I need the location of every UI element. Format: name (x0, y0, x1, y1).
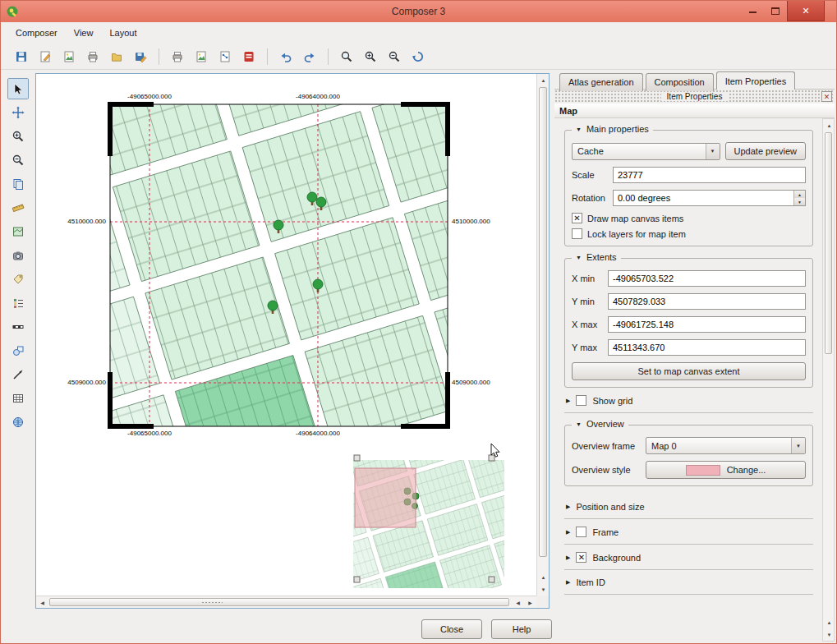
main-properties-header[interactable]: Main properties (572, 124, 653, 134)
save-template-button[interactable] (130, 46, 151, 67)
tab-composition[interactable]: Composition (646, 73, 714, 91)
rotation-spinbox[interactable] (613, 190, 806, 206)
overview-style-change-button[interactable]: Change... (646, 461, 806, 479)
rotation-spin-buttons[interactable] (793, 191, 805, 205)
measure-button[interactable] (7, 197, 29, 218)
zoom-out-button[interactable] (384, 46, 405, 67)
horizontal-scroll-thumb[interactable] (49, 598, 509, 606)
change-button-label: Change... (727, 465, 766, 475)
background-section[interactable]: Background (564, 545, 813, 570)
scroll-up-icon[interactable] (537, 571, 550, 583)
x-min-input[interactable] (608, 270, 806, 287)
extents-header[interactable]: Extents (572, 252, 621, 262)
export-image-small-button[interactable] (58, 46, 80, 67)
add-shape-button[interactable] (7, 340, 29, 361)
redo-button[interactable] (299, 46, 320, 67)
open-template-button[interactable] (106, 46, 127, 67)
add-arrow-button[interactable] (7, 364, 29, 385)
overview-header[interactable]: Overview (572, 419, 628, 429)
scale-input[interactable] (613, 167, 806, 183)
extents-title: Extents (586, 252, 617, 262)
menu-layout[interactable]: Layout (101, 25, 145, 41)
x-max-label: X max (572, 320, 603, 329)
title-bar[interactable]: Composer 3 (1, 1, 836, 22)
composer-canvas[interactable]: -49065000.000 -49064000.000 -49065000.00… (35, 73, 550, 609)
template-page-icon (39, 50, 52, 63)
tab-item-properties[interactable]: Item Properties (716, 71, 796, 90)
add-legend-button[interactable] (7, 292, 29, 314)
scroll-down-icon[interactable] (823, 628, 835, 641)
refresh-view-button[interactable] (407, 46, 429, 67)
canvas-vertical-scrollbar[interactable] (536, 74, 549, 596)
add-image-button[interactable] (7, 245, 29, 266)
spin-down-icon[interactable] (794, 198, 805, 205)
cache-mode-combo[interactable]: Cache (572, 143, 720, 160)
add-table-button[interactable] (7, 388, 29, 409)
close-dialog-button[interactable]: Close (421, 619, 482, 639)
item-id-section[interactable]: Item ID (564, 570, 813, 595)
save-button[interactable] (11, 46, 32, 67)
panel-scroll-thumb[interactable] (825, 132, 832, 354)
add-scalebar-button[interactable] (7, 316, 29, 338)
frame-section[interactable]: Frame (564, 519, 813, 545)
spin-up-icon[interactable] (794, 191, 805, 198)
add-html-button[interactable] (7, 412, 29, 433)
show-grid-checkbox[interactable] (576, 395, 586, 406)
show-grid-section[interactable]: Show grid (564, 388, 813, 413)
menu-view[interactable]: View (66, 25, 102, 41)
expand-arrow-icon[interactable] (566, 398, 570, 404)
dock-close-icon[interactable] (821, 91, 832, 102)
y-max-input[interactable] (608, 339, 806, 356)
expand-arrow-icon[interactable] (566, 529, 570, 536)
scroll-up-icon[interactable] (823, 616, 835, 628)
scroll-right-icon[interactable] (524, 596, 536, 609)
scroll-left-icon[interactable] (512, 596, 524, 609)
zoom-in-button[interactable] (360, 46, 381, 67)
update-preview-button[interactable]: Update preview (725, 142, 806, 160)
expand-arrow-icon[interactable] (566, 554, 570, 561)
grid-label-left-bottom: 4509000.000 (48, 379, 106, 386)
y-min-input[interactable] (608, 293, 806, 310)
canvas-zoom-in-button[interactable] (7, 126, 29, 147)
background-checkbox[interactable] (576, 552, 586, 563)
scroll-up-icon[interactable] (823, 119, 835, 131)
add-label-button[interactable] (7, 269, 29, 290)
help-button[interactable]: Help (491, 619, 552, 639)
export-as-pdf-button[interactable] (238, 46, 260, 67)
position-and-size-section[interactable]: Position and size (564, 494, 813, 519)
maximize-button[interactable] (764, 1, 787, 21)
x-max-input[interactable] (608, 316, 806, 333)
minimize-button[interactable] (741, 1, 764, 21)
composer-page[interactable] (36, 74, 537, 596)
scroll-left-icon[interactable] (36, 596, 48, 609)
tab-atlas-generation[interactable]: Atlas generation (559, 73, 643, 91)
select-move-item-button[interactable] (7, 78, 29, 99)
lock-layers-checkbox[interactable] (572, 228, 582, 239)
export-as-image-button[interactable] (191, 46, 212, 67)
move-item-content-button[interactable] (7, 102, 29, 123)
print-button[interactable] (167, 46, 188, 67)
canvas-zoom-out-button[interactable] (7, 150, 29, 171)
draw-map-canvas-items-checkbox[interactable] (572, 213, 582, 223)
zoom-full-button[interactable] (336, 46, 357, 67)
menu-composer[interactable]: Composer (7, 25, 66, 41)
add-map-button[interactable] (7, 221, 29, 242)
frame-checkbox[interactable] (576, 527, 586, 537)
scroll-up-icon[interactable] (537, 74, 550, 86)
undo-button[interactable] (275, 46, 297, 67)
print-small-button[interactable] (82, 46, 103, 67)
new-from-template-button[interactable] (34, 46, 56, 67)
canvas-horizontal-scrollbar[interactable] (36, 596, 536, 608)
overview-frame-combo[interactable]: Map 0 (646, 437, 806, 454)
expand-arrow-icon[interactable] (566, 579, 570, 586)
scroll-down-icon[interactable] (537, 583, 550, 596)
duplicate-items-button[interactable] (7, 173, 29, 195)
vertical-scroll-thumb[interactable] (539, 87, 547, 557)
set-to-map-canvas-extent-button[interactable]: Set to map canvas extent (572, 362, 806, 380)
panel-scrollbar[interactable] (822, 118, 835, 642)
rotation-input[interactable] (613, 190, 806, 206)
expand-arrow-icon[interactable] (566, 504, 570, 510)
export-as-svg-button[interactable] (214, 46, 236, 67)
background-label: Background (592, 553, 641, 563)
close-button[interactable] (787, 1, 825, 21)
